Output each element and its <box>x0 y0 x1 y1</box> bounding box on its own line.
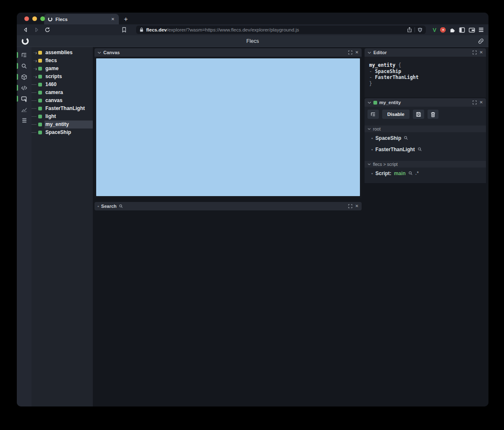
inspector-panel-header[interactable]: my_entity ✕ <box>365 98 486 107</box>
chevron-right-icon[interactable]: › <box>32 58 38 64</box>
close-icon[interactable]: ✕ <box>355 50 359 55</box>
editor-panel-title: Editor <box>373 50 387 55</box>
minimize-window-button[interactable] <box>32 16 37 21</box>
chevron-down-icon[interactable] <box>368 128 371 130</box>
code-line: } <box>369 81 481 87</box>
regex-icon[interactable]: .* <box>415 171 419 176</box>
canvas-panel-header[interactable]: Canvas ✕ <box>94 48 362 57</box>
code-segment: - <box>369 74 375 80</box>
zoom-window-button[interactable] <box>40 16 45 21</box>
extensions-puzzle-icon[interactable] <box>449 27 455 33</box>
tree-item-label: flecs <box>45 57 93 65</box>
sidebar-toggle-icon[interactable] <box>459 27 465 33</box>
close-icon[interactable]: ✕ <box>480 100 483 105</box>
save-button[interactable] <box>413 110 424 119</box>
expand-icon[interactable] <box>472 100 477 105</box>
entity-inspector-panel: my_entity ✕ Disable <box>365 98 486 183</box>
expand-icon[interactable] <box>348 50 352 55</box>
chevron-down-icon[interactable] <box>97 51 101 54</box>
delete-button[interactable] <box>428 110 438 119</box>
section-title: flecs > script <box>373 162 398 167</box>
expand-icon[interactable] <box>472 50 477 55</box>
browser-tab[interactable]: Flecs ✕ <box>44 14 119 24</box>
browser-window: Flecs ✕ + flecs.dev/explorer/?wasm=https… <box>17 13 488 406</box>
search-panel-header[interactable]: • Search ✕ <box>94 202 362 210</box>
refresh-button[interactable] <box>43 26 52 34</box>
component-item[interactable]: •FasterThanLight <box>365 144 486 155</box>
forward-button[interactable] <box>32 26 41 34</box>
tree-item-my_entity[interactable]: my_entity <box>32 121 93 128</box>
tree-item-light[interactable]: light <box>32 113 93 121</box>
inspector-toolbar: Disable <box>365 107 486 120</box>
tab-title: Flecs <box>55 17 108 22</box>
tree-view-button[interactable] <box>368 110 379 119</box>
url-bar[interactable]: flecs.dev/explorer/?wasm=https://www.fle… <box>136 26 426 34</box>
entity-color-square <box>38 123 42 126</box>
tree-item-assemblies[interactable]: ›assemblies <box>32 49 93 57</box>
search-icon[interactable] <box>417 147 422 152</box>
tab-close-icon[interactable]: ✕ <box>110 17 116 21</box>
sidebar-item-world[interactable] <box>17 115 32 126</box>
wallet-icon[interactable] <box>469 27 475 33</box>
hamburger-menu-icon[interactable] <box>479 28 483 32</box>
tree-connector <box>32 84 38 85</box>
disable-button[interactable]: Disable <box>382 110 410 119</box>
sidebar-item-entities[interactable] <box>17 71 32 82</box>
back-button[interactable] <box>21 26 30 34</box>
section-header-root[interactable]: root <box>365 126 486 132</box>
main-area: ›assemblies›flecs›game›scripts1460camera… <box>17 47 488 406</box>
tree-item-flecs[interactable]: ›flecs <box>32 57 93 65</box>
close-icon[interactable]: ✕ <box>355 204 359 208</box>
tree-item-scripts[interactable]: ›scripts <box>32 73 93 81</box>
tree-item-1460[interactable]: 1460 <box>32 81 93 89</box>
bookmark-icon[interactable] <box>119 26 129 34</box>
chevron-right-icon[interactable]: › <box>32 50 38 56</box>
canvas-surface[interactable] <box>96 58 360 196</box>
expand-icon[interactable] <box>348 204 352 208</box>
script-editor[interactable]: my_entity { - SpaceShip - FasterThanLigh… <box>365 57 486 97</box>
chevron-right-icon[interactable]: › <box>32 66 38 72</box>
sidebar-item-outliner[interactable] <box>17 50 32 60</box>
search-icon[interactable] <box>404 136 408 140</box>
chevron-right-icon[interactable]: › <box>32 74 38 80</box>
search-icon[interactable] <box>408 171 413 176</box>
url-domain: flecs.dev <box>146 27 167 32</box>
chevron-down-icon[interactable] <box>368 163 371 165</box>
editor-panel-header[interactable]: Editor ✕ <box>365 48 486 57</box>
tree-item-SpaceShip[interactable]: SpaceShip <box>32 128 93 136</box>
vimium-extension-icon[interactable]: V <box>433 27 436 33</box>
brave-shield-icon[interactable] <box>417 27 423 33</box>
sidebar-item-stats[interactable] <box>17 104 32 115</box>
url-text: flecs.dev/explorer/?wasm=https://www.fle… <box>146 27 404 32</box>
entity-color-square <box>38 83 42 87</box>
canvas-panel: Canvas ✕ <box>94 48 362 198</box>
search-panel-title: Search <box>101 204 117 209</box>
component-item[interactable]: •Script: main.* <box>365 168 486 179</box>
tree-item-game[interactable]: ›game <box>32 65 93 73</box>
sidebar-item-search[interactable] <box>17 60 32 71</box>
tree-connector <box>32 92 38 93</box>
tree-item-FasterThanLight[interactable]: FasterThanLight <box>32 105 93 113</box>
tree-item-label: assemblies <box>45 49 93 57</box>
tree-connector <box>32 116 38 117</box>
share-icon[interactable] <box>407 27 412 33</box>
sidebar-item-code[interactable] <box>17 82 32 93</box>
lock-icon <box>139 27 144 32</box>
component-item[interactable]: •SpaceShip <box>365 132 486 144</box>
tree-item-canvas[interactable]: canvas <box>32 97 93 105</box>
sidebar-item-queries[interactable] <box>17 93 32 104</box>
chevron-down-icon[interactable] <box>368 51 371 54</box>
entity-color-square <box>38 67 42 71</box>
entity-tree: ›assemblies›flecs›game›scripts1460camera… <box>32 47 93 406</box>
close-icon[interactable]: ✕ <box>480 50 483 55</box>
share-link-icon[interactable] <box>478 38 484 45</box>
close-window-button[interactable] <box>24 16 29 21</box>
adblock-extension-icon[interactable] <box>440 27 446 33</box>
section-header-flecs---script[interactable]: flecs > script <box>365 161 486 168</box>
chevron-down-icon[interactable] <box>368 101 371 104</box>
bullet-icon: • <box>371 147 373 152</box>
new-tab-button[interactable]: + <box>124 16 128 23</box>
active-indicator <box>17 74 18 80</box>
canvas-panel-title: Canvas <box>103 50 120 55</box>
tree-item-camera[interactable]: camera <box>32 89 93 97</box>
